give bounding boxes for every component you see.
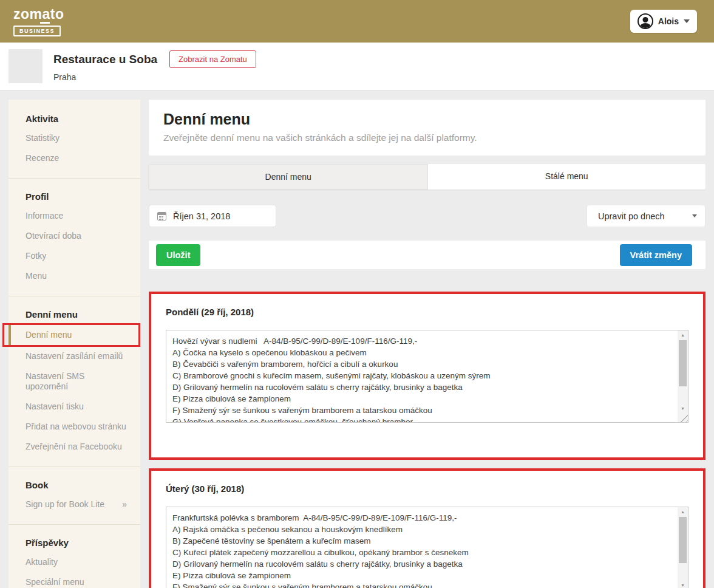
sidebar-section: Profil Informace Otevírací doba Fotky Me… xyxy=(8,178,140,296)
sidebar-item-label: Sign up for Book Lite xyxy=(25,499,122,510)
save-button[interactable]: Uložit xyxy=(156,244,200,266)
sidebar-item-denni-menu[interactable]: Denní menu xyxy=(8,324,140,346)
revert-button[interactable]: Vrátit změny xyxy=(620,244,692,266)
sidebar-item-informace[interactable]: Informace xyxy=(8,206,140,226)
scroll-up-icon[interactable]: ▲ xyxy=(678,330,688,340)
action-bar: Uložit Vrátit změny xyxy=(149,241,706,269)
day-title: Úterý (30 říj, 2018) xyxy=(166,484,688,494)
sidebar-item-label: Nastavení zasílání emailů xyxy=(25,351,127,361)
sidebar-item-pridat-na-webovou-stranku[interactable]: Přidat na webovou stránku xyxy=(8,417,140,437)
edit-mode-dropdown[interactable]: Upravit po dnech xyxy=(586,205,706,227)
sidebar-item-label: Statistiky xyxy=(25,133,127,143)
sidebar: Aktivita Statistiky Recenze Profil Infor… xyxy=(8,100,140,588)
sidebar-section: Book Sign up for Book Lite » xyxy=(8,467,140,524)
sidebar-item-specialni-menu[interactable]: Speciální menu xyxy=(8,572,140,588)
double-chevron-icon: » xyxy=(122,499,127,510)
page-subtitle: Zveřejněte denní menu na vašich stránkác… xyxy=(163,132,691,143)
restaurant-name: Restaurace u Soba xyxy=(53,53,157,66)
user-avatar-icon xyxy=(638,13,653,29)
tab-stale-menu[interactable]: Stálé menu xyxy=(428,164,706,190)
scrollbar-thumb[interactable] xyxy=(679,517,687,563)
sidebar-item-sign-up-book-lite[interactable]: Sign up for Book Lite » xyxy=(8,494,140,514)
menu-textarea[interactable] xyxy=(166,507,678,588)
zomato-logo-text: zomato xyxy=(13,7,64,21)
business-badge: BUSINESS xyxy=(13,26,61,36)
date-picker[interactable]: Říjen 31, 2018 xyxy=(149,205,276,227)
sidebar-item-nastaveni-zasilani-emailu[interactable]: Nastavení zasílání emailů xyxy=(8,346,140,366)
view-on-zomato-button[interactable]: Zobrazit na Zomatu xyxy=(169,50,256,68)
sidebar-item-label: Menu xyxy=(25,271,127,281)
sidebar-item-recenze[interactable]: Recenze xyxy=(8,148,140,168)
logo-underline xyxy=(40,22,50,24)
sidebar-section: Příspěvky Aktuality Speciální menu Událo… xyxy=(8,524,140,588)
scroll-up-icon[interactable]: ▲ xyxy=(678,507,688,516)
chevron-down-icon xyxy=(692,214,697,217)
sidebar-item-nastaveni-sms-upozorneni[interactable]: Nastavení SMS upozornění xyxy=(8,366,140,397)
user-name: Alois xyxy=(658,16,679,26)
day-menu-card: Pondělí (29 říj, 2018) ▲ ▼ xyxy=(149,292,706,460)
scroll-down-icon[interactable]: ▼ xyxy=(678,404,688,413)
sidebar-item-label: Recenze xyxy=(25,153,127,163)
restaurant-thumbnail xyxy=(8,49,42,83)
chevron-down-icon xyxy=(684,19,690,23)
calendar-icon xyxy=(157,212,166,220)
sidebar-section: Denní menu Denní menu Nastavení zasílání… xyxy=(8,296,140,467)
day-cards: Pondělí (29 říj, 2018) ▲ ▼ Úterý (30 říj… xyxy=(149,269,706,588)
tab-denni-menu[interactable]: Denní menu xyxy=(149,164,428,190)
sidebar-item-label: Fotky xyxy=(25,251,127,261)
date-row: Říjen 31, 2018 Upravit po dnech xyxy=(149,205,706,227)
sidebar-item-fotky[interactable]: Fotky xyxy=(8,246,140,266)
scrollbar-thumb[interactable] xyxy=(679,340,687,386)
main-content: Denní menu Zveřejněte denní menu na vaši… xyxy=(149,100,706,588)
sidebar-section-title: Příspěvky xyxy=(8,525,140,552)
menu-tabs: Denní menu Stálé menu xyxy=(149,164,706,190)
sidebar-sections: Aktivita Statistiky Recenze Profil Infor… xyxy=(8,101,140,588)
sidebar-section-title: Aktivita xyxy=(8,101,140,128)
sidebar-item-oteviraci-doba[interactable]: Otevírací doba xyxy=(8,226,140,246)
sidebar-item-label: Přidat na webovou stránku xyxy=(25,422,127,432)
day-title: Pondělí (29 říj, 2018) xyxy=(166,307,688,317)
sidebar-item-label: Informace xyxy=(25,211,127,221)
sidebar-section-title: Profil xyxy=(8,179,140,206)
edit-mode-dropdown-value: Upravit po dnech xyxy=(598,211,665,221)
top-header: zomato BUSINESS Alois xyxy=(0,0,714,43)
sidebar-item-label: Nastavení tisku xyxy=(25,402,127,412)
textarea-scrollbar[interactable]: ▲ ▼ xyxy=(678,507,688,588)
day-menu-card: Úterý (30 říj, 2018) ▲ ▼ xyxy=(149,468,706,588)
sidebar-item-label: Zveřejnění na Facebooku xyxy=(25,442,127,452)
restaurant-city: Praha xyxy=(53,72,256,82)
sidebar-item-label: Speciální menu xyxy=(25,577,127,587)
sidebar-item-menu[interactable]: Menu xyxy=(8,266,140,286)
sidebar-item-label: Aktuality xyxy=(25,557,127,567)
sidebar-section-title: Denní menu xyxy=(8,296,140,324)
restaurant-bar: Restaurace u Soba Zobrazit na Zomatu Pra… xyxy=(0,43,714,91)
menu-textarea[interactable] xyxy=(166,330,678,422)
sidebar-item-label: Denní menu xyxy=(25,330,127,340)
sidebar-section: Aktivita Statistiky Recenze xyxy=(8,101,140,178)
sidebar-item-label: Nastavení SMS upozornění xyxy=(25,371,127,392)
scroll-down-icon[interactable]: ▼ xyxy=(678,581,688,588)
textarea-scrollbar[interactable]: ▲ ▼ xyxy=(678,330,688,422)
user-menu-button[interactable]: Alois xyxy=(630,10,697,33)
sidebar-item-zverejneni-na-facebooku[interactable]: Zveřejnění na Facebooku xyxy=(8,437,140,457)
scrollbar-track[interactable] xyxy=(679,516,687,581)
sidebar-item-statistiky[interactable]: Statistiky xyxy=(8,128,140,148)
sidebar-section-title: Book xyxy=(8,467,140,494)
scrollbar-track[interactable] xyxy=(679,340,687,404)
sidebar-item-aktuality[interactable]: Aktuality xyxy=(8,552,140,572)
zomato-business-logo[interactable]: zomato BUSINESS xyxy=(13,7,64,36)
menu-textarea-wrap: ▲ ▼ xyxy=(166,507,688,588)
date-picker-value: Říjen 31, 2018 xyxy=(173,211,230,221)
page-title-card: Denní menu Zveřejněte denní menu na vaši… xyxy=(149,100,706,156)
menu-textarea-wrap: ▲ ▼ xyxy=(166,330,688,423)
resize-handle-icon[interactable] xyxy=(678,413,688,422)
sidebar-item-label: Otevírací doba xyxy=(25,231,127,241)
page-title: Denní menu xyxy=(163,111,691,128)
sidebar-item-nastaveni-tisku[interactable]: Nastavení tisku xyxy=(8,397,140,417)
